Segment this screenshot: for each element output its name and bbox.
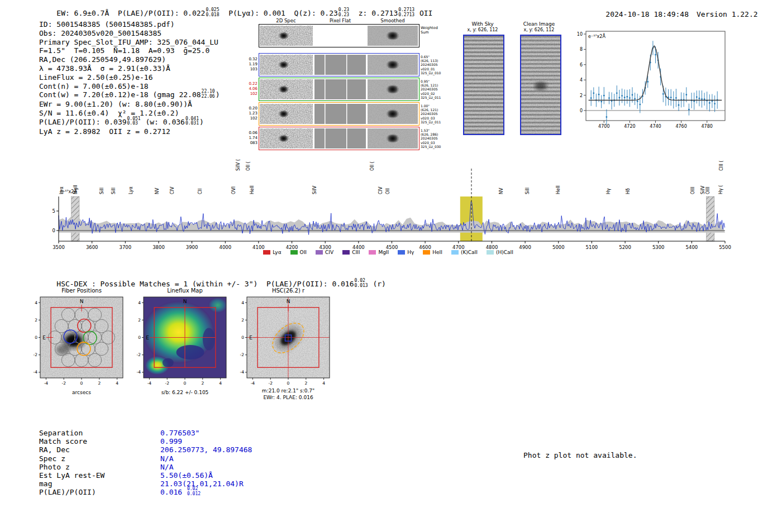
full-spectrum-plot: 0535003600370038003900400041004200430044… <box>45 150 732 261</box>
x-tick-label: 4780 <box>702 124 713 129</box>
legend-item: OII <box>290 250 307 255</box>
plae-w-uncertainty: 0.0410.031 <box>185 117 199 126</box>
weighted-2dspec-stamp <box>260 26 313 46</box>
with-sky-title: With Sky <box>462 21 503 27</box>
data-point <box>593 92 594 94</box>
row-pixelflat-stamp <box>314 79 366 99</box>
hsc-plae-uncertainty: 0.020.013 <box>355 279 368 288</box>
elixer-detection-report: EW: 6.9±0.7Å P(LAE)/P(OII): 0.0220.0250.… <box>0 0 782 532</box>
info-line-amp: Primary Spec_Slot_IFU_AMP: 325_076_044_L… <box>39 38 220 47</box>
plya-qz-text: P(Lyα): 0.001 Q(z): 0.23 <box>220 9 338 17</box>
line-marker-label: OVI <box>231 186 236 194</box>
y-tick-label: -4 <box>137 370 141 375</box>
data-point <box>701 98 703 100</box>
match-field-value: 21.03(21.01,21.04)R <box>160 480 244 488</box>
x-tick-label: 4740 <box>650 124 661 129</box>
line-marker-label: OIII <box>705 187 711 194</box>
info-line-redshifts: LyA z = 2.8982 OII z = 0.2712 <box>39 127 220 136</box>
z-uncertainty: 0.27130.2713 <box>398 8 414 17</box>
data-point <box>678 104 680 106</box>
match-table-row: Photo zN/A <box>39 463 252 471</box>
legend-item: MgII <box>369 250 389 255</box>
y-tick-label: 4 <box>35 300 37 305</box>
info-line-contn: Cont(n) = 7.00(±0.65)e-18 <box>39 82 220 91</box>
match-table-row: Match score0.999 <box>39 437 252 445</box>
y-tick-label: 10 <box>577 32 583 37</box>
info-line-contw: Cont(w) = 7.20(±0.12)e-18 (gmag 22.0822.… <box>39 90 220 100</box>
hsc-r-image-panel: NE-4-4-2-2002244 HSC(26.2) r m:21.0 re:2… <box>236 285 335 405</box>
highlight-band <box>460 196 483 241</box>
qz-uncertainty: 0.230.23 <box>338 8 349 17</box>
row-2dspec-stamp <box>260 128 313 148</box>
data-point <box>626 96 628 98</box>
legend-swatch <box>290 250 298 255</box>
weighted-pixelflat-stamp <box>314 26 366 46</box>
y-tick-label: 0 <box>241 335 244 340</box>
x-tick-label: 4 <box>322 381 325 386</box>
line-marker-label: SiIV ( <box>236 159 241 171</box>
match-field-value: 0.776503" <box>160 429 199 437</box>
data-point <box>709 102 711 104</box>
data-point <box>714 103 716 104</box>
clean-image <box>520 35 561 135</box>
compass-east: E <box>249 335 252 341</box>
data-point <box>616 92 618 94</box>
row-pixelflat-stamp <box>314 104 366 124</box>
legend-item: CIV <box>316 250 333 255</box>
panel-caption: s/b: 6.22 +/- 0.105 <box>161 390 209 395</box>
x-tick-label: -4 <box>147 381 152 386</box>
column-header-smoothed: Smoothed <box>380 18 404 23</box>
line-marker-label: NV <box>499 188 504 194</box>
line-marker-label: Hδ <box>626 188 631 194</box>
legend-swatch <box>423 250 430 255</box>
y-tick-label: 2 <box>580 93 583 98</box>
match-field-label: Separation <box>39 429 160 437</box>
report-meta: 2024-10-18 18:49:48Version 1.22.2 <box>588 2 758 27</box>
x-tick-label: -2 <box>165 381 169 386</box>
x-tick-label: 2 <box>304 381 307 386</box>
y-tick-label: 4 <box>580 78 583 83</box>
data-point <box>693 100 695 102</box>
spectrum-legend: LyαOIICIVCIIIMgIIHγHeII(K)CaII(H)CaII <box>45 250 732 255</box>
compass-east: E <box>42 335 46 341</box>
data-point <box>699 98 700 99</box>
match-field-value: N/A <box>160 463 173 471</box>
y-tick-label: 4 <box>138 300 141 305</box>
match-table: Separation0.776503"Match score0.999RA, D… <box>39 429 252 497</box>
clean-image-coords: x, y: 626, 112 <box>519 27 559 32</box>
version-label: Version 1.22.2 <box>697 10 758 18</box>
column-header-pixelflat: Pixel Flat <box>330 18 351 23</box>
y-tick-label: 0 <box>138 335 141 340</box>
line-marker-label: Hγ ( <box>718 185 723 194</box>
x-tick-label: -2 <box>61 381 66 386</box>
y-tick-label: 2 <box>138 318 141 323</box>
weighted-sum-label: Weighted Sum <box>421 26 438 35</box>
legend-swatch <box>263 250 270 255</box>
line-marker-label: MgII <box>73 185 78 194</box>
x-tick-label: -4 <box>44 381 49 386</box>
match-field-label: Spec z <box>39 454 160 463</box>
panel-xlabel: arcsecs <box>72 390 91 395</box>
data-point <box>685 94 687 95</box>
x-tick-label: 4720 <box>624 124 635 129</box>
masked-band <box>707 196 714 241</box>
cutout-row-meta: 0.95"(626, 121)20240305v020_02325_LU_011 <box>421 79 441 99</box>
legend-item: Hγ <box>398 250 414 255</box>
row-pixelflat-stamp <box>314 55 366 75</box>
row-2dspec-stamp <box>260 104 313 124</box>
timestamp: 2024-10-18 18:49:48 <box>605 10 689 18</box>
line-marker-label: SiIV <box>700 185 705 194</box>
data-point <box>675 97 677 99</box>
cutout-row-weights: 0.201.23102 <box>247 106 258 121</box>
cutout-row-weights: 0.061.74083 <box>247 131 258 146</box>
data-point <box>608 97 610 99</box>
line-marker-label: SiII <box>525 188 530 194</box>
match-table-row: Est LyA rest-EW5.50(±0.56)Å <box>39 471 252 480</box>
data-point <box>606 116 608 118</box>
line-marker-label: Lyα <box>59 186 64 194</box>
data-point <box>647 81 649 83</box>
match-field-value: 5.50(±0.56)Å <box>160 471 213 480</box>
plae-uncertainty: 0.0510.03 <box>127 117 141 126</box>
data-point <box>662 93 664 95</box>
info-line-ewr: EWr = 9.00(±1.20) (w: 8.80(±0.90))Å <box>39 100 220 109</box>
